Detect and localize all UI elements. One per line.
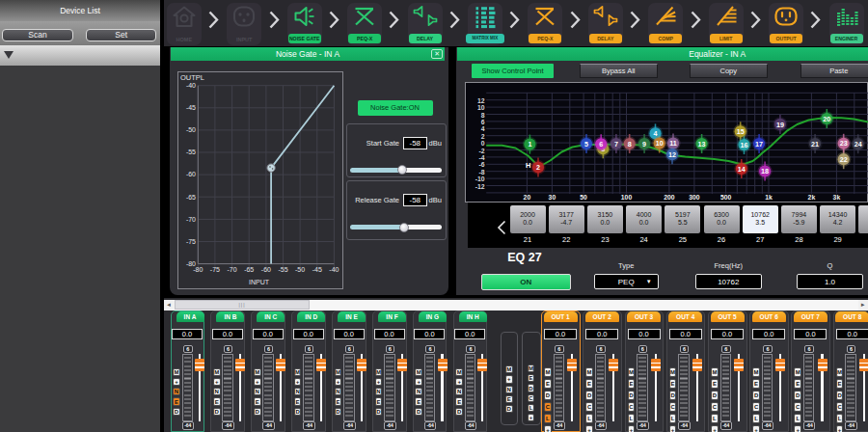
svg-text:-10: -10 <box>475 176 484 182</box>
svg-text:OUTPL: OUTPL <box>180 73 204 82</box>
svg-text:500: 500 <box>719 193 731 200</box>
svg-text:16: 16 <box>740 140 747 148</box>
svg-text:-55: -55 <box>186 148 196 155</box>
svg-text:6: 6 <box>480 118 484 124</box>
svg-text:8: 8 <box>480 111 484 118</box>
svg-text:13: 13 <box>697 139 705 148</box>
svg-text:20: 20 <box>823 114 830 122</box>
svg-text:100: 100 <box>620 193 632 200</box>
svg-text:-70: -70 <box>228 266 237 273</box>
svg-text:-75: -75 <box>186 238 196 245</box>
svg-text:H: H <box>525 160 529 169</box>
svg-text:24: 24 <box>854 139 861 148</box>
svg-text:-45: -45 <box>186 104 196 111</box>
svg-text:-12: -12 <box>475 182 484 189</box>
svg-text:12: 12 <box>476 96 484 103</box>
svg-text:-65: -65 <box>245 266 255 273</box>
svg-text:12: 12 <box>668 149 676 158</box>
svg-text:18: 18 <box>761 167 769 176</box>
svg-text:-6: -6 <box>478 161 484 168</box>
svg-text:14: 14 <box>737 164 745 173</box>
svg-text:15: 15 <box>736 126 744 135</box>
svg-text:-50: -50 <box>186 126 196 133</box>
svg-text:7: 7 <box>613 139 617 148</box>
svg-text:-60: -60 <box>261 266 271 273</box>
svg-text:1: 1 <box>528 140 531 148</box>
svg-text:200: 200 <box>664 193 675 200</box>
svg-text:1k: 1k <box>765 193 773 200</box>
svg-text:-8: -8 <box>478 168 484 175</box>
svg-text:300: 300 <box>689 193 700 200</box>
svg-text:20: 20 <box>523 193 530 200</box>
svg-text:-75: -75 <box>210 266 220 273</box>
svg-text:2: 2 <box>480 132 484 139</box>
svg-text:4: 4 <box>480 125 484 132</box>
svg-text:21: 21 <box>811 139 819 148</box>
svg-text:23: 23 <box>839 139 847 148</box>
svg-text:2: 2 <box>536 163 540 172</box>
svg-text:11: 11 <box>669 139 677 148</box>
svg-text:-65: -65 <box>186 193 196 200</box>
svg-text:-80: -80 <box>194 266 203 273</box>
svg-text:-40: -40 <box>186 82 196 89</box>
svg-text:-45: -45 <box>312 266 322 273</box>
svg-text:-55: -55 <box>279 266 288 273</box>
svg-text:50: 50 <box>580 193 587 200</box>
svg-text:2k: 2k <box>807 193 815 200</box>
svg-text:6: 6 <box>599 139 603 148</box>
svg-text:5: 5 <box>584 139 588 148</box>
svg-text:8: 8 <box>627 139 631 148</box>
svg-text:30: 30 <box>548 193 556 200</box>
svg-text:22: 22 <box>839 154 847 163</box>
svg-text:10: 10 <box>476 104 484 111</box>
svg-text:-4: -4 <box>478 153 484 160</box>
svg-text:10: 10 <box>655 139 663 148</box>
svg-text:-60: -60 <box>186 171 196 177</box>
svg-text:17: 17 <box>755 139 763 148</box>
svg-text:3k: 3k <box>832 193 840 200</box>
svg-text:9: 9 <box>642 139 646 148</box>
svg-text:INPUT: INPUT <box>249 279 270 285</box>
svg-text:-40: -40 <box>330 266 339 273</box>
svg-text:19: 19 <box>775 120 783 128</box>
svg-text:-70: -70 <box>186 215 196 222</box>
svg-text:0: 0 <box>480 140 484 147</box>
svg-text:-2: -2 <box>478 147 484 153</box>
svg-text:-50: -50 <box>295 266 305 273</box>
